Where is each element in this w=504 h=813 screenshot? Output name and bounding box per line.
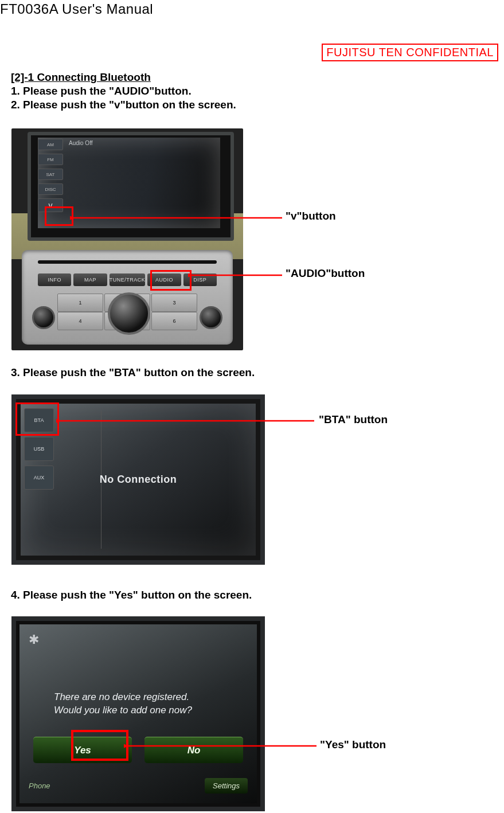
document-title: FT0036A User's Manual bbox=[0, 1, 153, 17]
phone-tab[interactable]: Phone bbox=[29, 781, 50, 790]
onscreen-sidebar: AM FM SAT DISC v bbox=[38, 139, 63, 212]
highlight-audio-button bbox=[150, 270, 192, 291]
section-heading: [2]-1 Connecting Bluetooth bbox=[11, 71, 151, 84]
info-button[interactable]: INFO bbox=[38, 273, 71, 286]
callout-v-button: "v"button bbox=[286, 210, 336, 222]
bluetooth-icon: ✱ bbox=[29, 632, 39, 647]
usb-button[interactable]: USB bbox=[24, 437, 54, 461]
main-dial[interactable] bbox=[108, 292, 150, 335]
step-1-text: 1. Please push the "AUDIO"button. bbox=[11, 85, 192, 97]
prompt-line-2: Would you like to add one now? bbox=[54, 705, 192, 716]
confirm-button-row: Yes No bbox=[33, 737, 243, 763]
tab-sat[interactable]: SAT bbox=[38, 169, 63, 180]
figure-3-screen-photo: ✱ There are no device registered. Would … bbox=[11, 616, 265, 811]
prompt-text: There are no device registered. Would yo… bbox=[54, 691, 234, 717]
preset-4[interactable]: 4 bbox=[57, 312, 103, 330]
no-connection-message: No Connection bbox=[21, 474, 256, 486]
settings-button[interactable]: Settings bbox=[205, 778, 248, 794]
map-button[interactable]: MAP bbox=[73, 273, 107, 286]
tab-fm[interactable]: FM bbox=[38, 154, 63, 165]
tab-disc[interactable]: DISC bbox=[38, 183, 63, 195]
tune-button[interactable]: TUNE/TRACK bbox=[110, 273, 146, 286]
highlight-bta-button bbox=[15, 402, 59, 436]
step-2-text: 2. Please push the "v"button on the scre… bbox=[11, 99, 236, 111]
disc-slot bbox=[38, 260, 217, 264]
callout-audio-button: "AUDIO"button bbox=[286, 267, 365, 280]
screen-status-text: Audio Off bbox=[69, 140, 93, 146]
preset-6[interactable]: 6 bbox=[151, 312, 197, 330]
step-3-text: 3. Please push the "BTA" button on the s… bbox=[11, 366, 255, 379]
highlight-v-button bbox=[45, 206, 73, 226]
device-faceplate: INFO MAP TUNE/TRACK AUDIO DISP 1 2 3 4 5… bbox=[22, 250, 233, 345]
screen-footer: Phone Settings bbox=[25, 773, 251, 798]
confidential-stamp: FUJITSU TEN CONFIDENTIAL bbox=[322, 44, 498, 61]
preset-1[interactable]: 1 bbox=[57, 294, 103, 312]
tab-am[interactable]: AM bbox=[38, 139, 63, 150]
highlight-yes-button bbox=[71, 730, 128, 761]
callout-yes-button: "Yes" button bbox=[320, 738, 386, 751]
step-4-text: 4. Please push the "Yes" button on the s… bbox=[11, 589, 252, 601]
manual-page: FT0036A User's Manual FUJITSU TEN CONFID… bbox=[0, 0, 504, 813]
figure-1-device-photo: AM FM SAT DISC v Audio Off INFO MAP TUNE… bbox=[11, 128, 243, 350]
prompt-line-1: There are no device registered. bbox=[54, 691, 189, 702]
callout-bta-button: "BTA" button bbox=[319, 413, 388, 426]
screen-surface: ✱ There are no device registered. Would … bbox=[19, 624, 257, 803]
power-knob[interactable] bbox=[200, 306, 222, 329]
volume-knob[interactable] bbox=[32, 306, 55, 329]
preset-3[interactable]: 3 bbox=[151, 294, 197, 312]
no-button[interactable]: No bbox=[144, 737, 243, 763]
